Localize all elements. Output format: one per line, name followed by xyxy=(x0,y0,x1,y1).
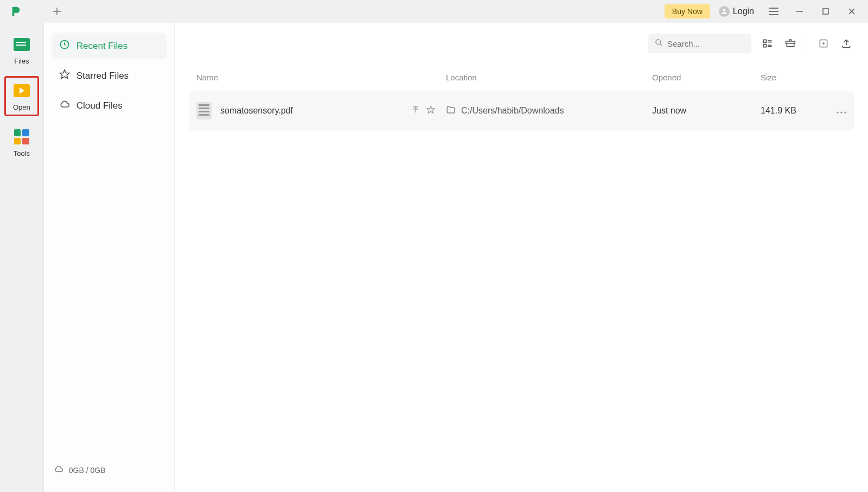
nav-files-label: Files xyxy=(14,57,29,65)
search-icon xyxy=(655,39,663,49)
header-opened[interactable]: Opened xyxy=(652,73,761,82)
new-file-button[interactable] xyxy=(817,37,830,50)
header-size[interactable]: Size xyxy=(761,73,837,82)
sidebar-recent-label: Recent Files xyxy=(76,41,127,52)
nav-open[interactable]: Open xyxy=(4,76,39,116)
folder-icon xyxy=(446,105,456,117)
open-icon xyxy=(11,81,33,100)
sidebar-menu: Recent Files Starred Files Cloud Files xyxy=(44,33,174,119)
svg-marker-26 xyxy=(427,106,434,113)
minimize-button[interactable] xyxy=(789,2,810,21)
file-location: C:/Users/habib/Downloads xyxy=(461,106,564,116)
view-list-button[interactable] xyxy=(761,37,774,50)
header-location[interactable]: Location xyxy=(446,73,652,82)
login-button[interactable]: Login xyxy=(714,4,758,19)
file-size: 141.9 KB xyxy=(761,106,837,116)
svg-rect-15 xyxy=(764,45,767,47)
table-header: Name Location Opened Size xyxy=(189,64,854,91)
svg-rect-7 xyxy=(823,9,828,14)
tools-icon xyxy=(11,127,33,147)
toolbar-divider xyxy=(807,37,807,50)
star-icon xyxy=(59,69,70,83)
menu-button[interactable] xyxy=(763,2,784,21)
svg-point-12 xyxy=(656,39,661,44)
files-icon xyxy=(11,35,33,54)
storage-text: 0GB / 0GB xyxy=(69,466,106,475)
close-button[interactable] xyxy=(841,2,863,21)
cloud-icon xyxy=(59,99,70,112)
clock-icon xyxy=(59,39,70,53)
file-table: Name Location Opened Size somatosensory.… xyxy=(175,64,868,130)
cloud-storage-icon xyxy=(54,464,63,476)
maximize-button[interactable] xyxy=(815,2,837,21)
sidebar-cloud-label: Cloud Files xyxy=(76,100,123,111)
main-area: Files Open Tools Recent Files Starred Fi… xyxy=(0,23,868,492)
sidebar: Recent Files Starred Files Cloud Files 0… xyxy=(44,23,175,492)
sidebar-storage[interactable]: 0GB / 0GB xyxy=(44,457,174,492)
svg-marker-11 xyxy=(60,70,69,79)
search-box[interactable] xyxy=(648,34,751,53)
new-tab-button[interactable] xyxy=(48,2,66,21)
titlebar-right: Buy Now Login xyxy=(665,2,868,21)
sidebar-starred-label: Starred Files xyxy=(76,71,129,81)
app-logo-icon xyxy=(10,5,22,17)
sidebar-recent-files[interactable]: Recent Files xyxy=(52,33,167,59)
svg-point-2 xyxy=(723,9,726,11)
svg-point-29 xyxy=(844,111,846,113)
pdf-thumbnail-icon xyxy=(196,102,212,119)
search-input[interactable] xyxy=(667,39,745,48)
svg-rect-14 xyxy=(764,40,767,42)
header-name[interactable]: Name xyxy=(196,73,446,82)
titlebar-left xyxy=(0,2,66,21)
file-name: somatosensory.pdf xyxy=(220,106,293,116)
row-more-button[interactable] xyxy=(837,106,846,115)
plugins-button[interactable] xyxy=(784,37,797,50)
nav-rail: Files Open Tools xyxy=(0,23,44,492)
sidebar-starred-files[interactable]: Starred Files xyxy=(52,62,167,89)
nav-files[interactable]: Files xyxy=(7,33,37,67)
pin-icon[interactable] xyxy=(411,105,420,116)
svg-point-27 xyxy=(837,111,838,113)
star-row-icon[interactable] xyxy=(426,105,435,116)
svg-line-13 xyxy=(660,43,662,46)
nav-tools-label: Tools xyxy=(14,149,30,157)
nav-tools[interactable]: Tools xyxy=(7,125,37,160)
avatar-icon xyxy=(719,6,730,17)
svg-point-28 xyxy=(840,111,842,113)
file-name-cell: somatosensory.pdf xyxy=(196,102,446,119)
sidebar-cloud-files[interactable]: Cloud Files xyxy=(52,92,167,119)
file-location-cell: C:/Users/habib/Downloads xyxy=(446,105,652,117)
table-row[interactable]: somatosensory.pdf C:/Users/habib/ xyxy=(189,91,854,130)
file-opened: Just now xyxy=(652,106,761,116)
nav-open-label: Open xyxy=(13,103,30,111)
login-label: Login xyxy=(733,7,754,16)
upload-button[interactable] xyxy=(840,37,853,50)
titlebar: Buy Now Login xyxy=(0,0,868,23)
buy-now-button[interactable]: Buy Now xyxy=(665,4,710,18)
content-toolbar xyxy=(175,23,868,64)
content-area: Name Location Opened Size somatosensory.… xyxy=(175,23,868,492)
